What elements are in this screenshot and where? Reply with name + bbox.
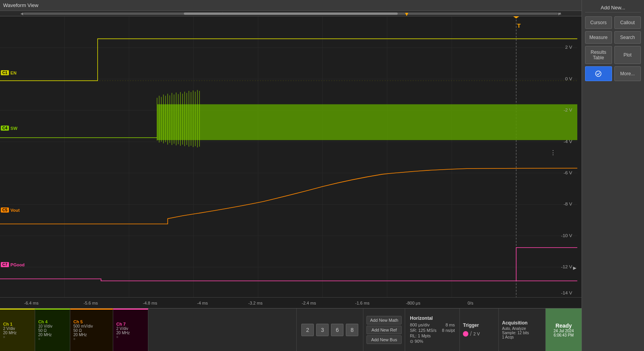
- status-date: 24 Jul 2024: [553, 329, 574, 333]
- time-label-1: -5.6 ms: [84, 301, 98, 305]
- acquisition-section: Acquisition Auto, Analyze Sample: 12 bit…: [499, 308, 546, 351]
- add-bus-btn[interactable]: Add New Bus: [366, 335, 402, 344]
- panel-row-1: Cursors Callout: [585, 16, 641, 29]
- scroll-right-marker: ▲: [558, 11, 562, 15]
- c5-badge-area: C5 Vout: [1, 207, 20, 213]
- time-label-3: -4 ms: [197, 301, 208, 305]
- callout-button[interactable]: Callout: [614, 16, 641, 29]
- more-button[interactable]: More...: [614, 66, 641, 81]
- trigger-slash-icon: /: [470, 330, 471, 337]
- svg-text:-4 V: -4 V: [564, 139, 572, 144]
- ch5-id: Ch 5: [73, 319, 93, 324]
- ch7-icon: ⌗: [116, 335, 118, 339]
- scrollbar-thumb[interactable]: [184, 12, 398, 15]
- horizontal-sr: 800 μs/div: [410, 323, 429, 327]
- add-math-btn[interactable]: Add New Math: [366, 316, 402, 324]
- add-buttons-container: Add New Math Add New Ref Add New Bus: [363, 308, 405, 351]
- ch-num-8[interactable]: 8: [346, 324, 358, 336]
- c4-label: SW: [11, 126, 18, 131]
- svg-text:-12 V: -12 V: [561, 264, 572, 269]
- time-label-5: -2.4 ms: [302, 301, 316, 305]
- add-bus-label: Add New Bus: [371, 337, 397, 342]
- ch1-mhz: 20 MHz: [3, 331, 16, 335]
- ch-num-3[interactable]: 3: [316, 324, 329, 336]
- context-menu-dots[interactable]: ⋮: [550, 149, 556, 156]
- waveform-svg: T: [0, 16, 582, 297]
- ch7-info[interactable]: Ch 7 2 V/div 20 MHz ⌗: [113, 308, 148, 351]
- waveform-area: Waveform View ▼ ◄ ► ▲ ▲: [0, 0, 582, 351]
- ch7-mhz: 20 MHz: [116, 331, 130, 335]
- ch5-div: 500 mV/div: [73, 324, 93, 328]
- ch4-id: Ch 4: [38, 319, 52, 324]
- ch5-info[interactable]: Ch 5 500 mV/div 50 Ω 20 MHz ⌗: [70, 308, 113, 351]
- acquisition-mode: Auto, Analyze: [502, 326, 542, 331]
- horizontal-mpts: SR: 125 MS/s: [410, 328, 436, 333]
- panel-title: Add New...: [585, 3, 641, 12]
- ch4-info[interactable]: Ch 4 10 V/div 50 Ω 20 MHz ⌗: [35, 308, 70, 351]
- waveform-title-text: Waveform View: [3, 2, 38, 8]
- scroll-left-arrow[interactable]: ◄: [20, 11, 24, 16]
- search-button[interactable]: Search: [614, 31, 641, 44]
- c1-badge-area: C1 EN: [1, 70, 16, 75]
- svg-rect-20: [157, 104, 577, 140]
- horizontal-nsp: 8 ns/pt: [442, 328, 455, 333]
- ch5-ohm: 50 Ω: [73, 328, 93, 333]
- top-scrollbar[interactable]: ▼ ◄ ► ▲ ▲: [0, 11, 582, 16]
- time-label-7: -800 μs: [406, 301, 420, 305]
- channel-spacer: [148, 308, 297, 351]
- horizontal-rl: RL: 1 Mpts: [410, 333, 431, 338]
- ch1-info[interactable]: Ch 1 2 V/div 20 MHz ⌗: [0, 308, 35, 351]
- svg-text:-6 V: -6 V: [564, 170, 572, 175]
- time-axis: -6.4 ms -5.6 ms -4.8 ms -4 ms -3.2 ms -2…: [0, 297, 582, 308]
- trigger-title: Trigger: [463, 323, 495, 328]
- horizontal-acqs: ⊙ 90%: [410, 339, 423, 344]
- add-ref-btn[interactable]: Add New Ref: [366, 326, 402, 334]
- time-label-2: -4.8 ms: [143, 301, 157, 305]
- svg-text:-10 V: -10 V: [561, 233, 572, 238]
- trigger-ch-indicator: [463, 331, 468, 337]
- analyze-button[interactable]: [585, 66, 612, 81]
- scroll-left-marker: ▲: [221, 11, 224, 15]
- panel-row-2: Measure Search: [585, 31, 641, 44]
- status-bar: Ch 1 2 V/div 20 MHz ⌗ Ch 4 10 V/div 50 Ω…: [0, 308, 582, 351]
- horizontal-time: 8 ms: [445, 323, 455, 327]
- acquisition-acqs: 1 Acqs: [502, 335, 542, 339]
- cursors-button[interactable]: Cursors: [585, 16, 612, 29]
- status-time: 6:06:43 PM: [553, 333, 574, 337]
- c4-badge-area: C4 SW: [1, 126, 18, 131]
- horizontal-section: Horizontal 800 μs/div 8 ms SR: 125 MS/s …: [405, 308, 460, 351]
- results-table-button[interactable]: Results Table: [585, 46, 612, 64]
- svg-text:0 V: 0 V: [565, 76, 572, 81]
- ch-num-2[interactable]: 2: [301, 324, 314, 336]
- waveform-canvas[interactable]: T: [0, 16, 582, 297]
- right-panel: Add New... Cursors Callout Measure Searc…: [582, 0, 644, 351]
- add-math-label: Add New Math: [370, 318, 398, 323]
- trigger-section: Trigger / 2 V: [460, 308, 499, 351]
- ch-num-6[interactable]: 6: [331, 324, 343, 336]
- c5-label: Vout: [11, 208, 20, 213]
- ch4-mhz: 20 MHz: [38, 333, 52, 337]
- scrollbar-track: [23, 12, 558, 15]
- ready-button[interactable]: Ready 24 Jul 2024 6:06:43 PM: [546, 308, 582, 351]
- ch1-div: 2 V/div: [3, 326, 16, 331]
- trigger-level: 2 V: [473, 332, 480, 336]
- time-label-4: -3.2 ms: [248, 301, 263, 305]
- svg-point-54: [596, 71, 601, 76]
- plot-button[interactable]: Plot: [614, 46, 641, 64]
- acquisition-sample: Sample: 12 bits: [502, 331, 542, 335]
- time-label-6: -1.6 ms: [355, 301, 370, 305]
- c4-badge: C4: [1, 126, 9, 131]
- svg-text:2 V: 2 V: [565, 45, 572, 50]
- time-label-0: -6.4 ms: [24, 301, 39, 305]
- c1-label: EN: [11, 71, 16, 75]
- svg-text:T: T: [517, 23, 521, 29]
- ch-num-buttons: 2 3 6 8: [297, 308, 363, 351]
- svg-text:-2 V: -2 V: [564, 107, 572, 112]
- svg-text:-14 V: -14 V: [561, 290, 572, 295]
- ch4-ohm: 50 Ω: [38, 328, 52, 333]
- ready-label: Ready: [553, 323, 574, 329]
- measure-button[interactable]: Measure: [585, 31, 612, 44]
- ch4-div: 10 V/div: [38, 324, 52, 328]
- panel-row-4: More...: [585, 66, 641, 81]
- ch1-icon: ⌗: [3, 335, 5, 339]
